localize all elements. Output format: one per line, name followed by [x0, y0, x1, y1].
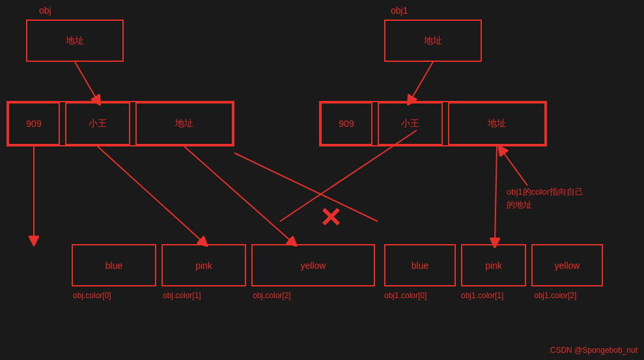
obj1-color-label-2: obj1.color[2]	[534, 291, 576, 300]
obj1-color-0: blue	[384, 244, 456, 286]
obj-color-1: pink	[161, 244, 246, 286]
svg-line-4	[184, 146, 293, 243]
svg-line-2	[98, 146, 204, 243]
svg-line-6	[495, 146, 497, 243]
svg-line-8	[234, 153, 378, 221]
obj1-num-cell: 909	[320, 102, 372, 145]
obj-label: obj	[39, 5, 51, 16]
obj-num-cell: 909	[8, 102, 60, 145]
watermark: CSDN @Spongebob_nut	[550, 346, 637, 355]
cross-symbol: ✕	[319, 202, 342, 234]
svg-line-7	[501, 150, 527, 186]
obj1-color-label-1: obj1.color[1]	[461, 291, 503, 300]
obj-color-2: yellow	[251, 244, 375, 286]
note-text: obj1的color指向自己的地址	[507, 186, 630, 211]
obj1-color-label-0: obj1.color[0]	[384, 291, 427, 300]
obj-name-cell: 小王	[65, 102, 130, 145]
obj1-name-cell: 小王	[378, 102, 443, 145]
obj-color-label-0: obj.color[0]	[73, 291, 111, 300]
diagram: obj obj1 地址 地址 909 小王 地址 909 小王 地址 blue …	[0, 0, 644, 360]
obj1-color-1: pink	[461, 244, 526, 286]
obj1-color-2: yellow	[531, 244, 603, 286]
obj-color-0: blue	[72, 244, 156, 286]
obj1-label: obj1	[391, 5, 408, 16]
svg-line-1	[75, 62, 98, 101]
obj-addr-cell: 地址	[135, 102, 233, 145]
obj1-addr-cell: 地址	[448, 102, 546, 145]
svg-line-5	[410, 62, 433, 101]
obj-color-label-2: obj.color[2]	[253, 291, 291, 300]
obj1-address-box: 地址	[384, 20, 482, 62]
obj-color-label-1: obj.color[1]	[163, 291, 201, 300]
obj-address-box: 地址	[26, 20, 124, 62]
